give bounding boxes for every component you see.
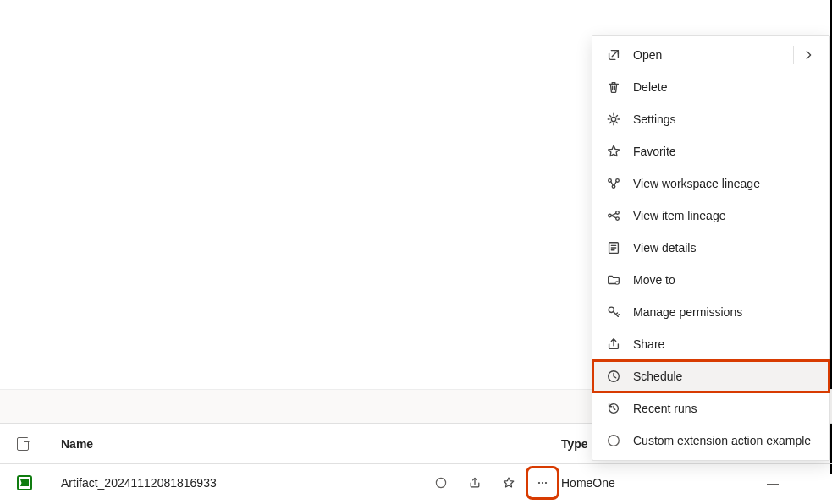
menu-item-delete[interactable]: Delete <box>592 71 829 103</box>
menu-item-workspace-lineage[interactable]: View workspace lineage <box>592 167 829 200</box>
svg-point-4 <box>611 117 615 121</box>
menu-label: Delete <box>626 80 816 94</box>
lineage-item-icon <box>606 208 626 223</box>
menu-label: Settings <box>626 112 816 126</box>
chevron-right-icon <box>801 49 816 61</box>
menu-label: Move to <box>626 273 816 287</box>
menu-label: Custom extension action example <box>626 434 816 447</box>
header-name[interactable]: Name <box>54 437 426 451</box>
radio-select-button[interactable] <box>429 471 453 495</box>
menu-item-settings[interactable]: Settings <box>592 103 829 135</box>
menu-item-schedule[interactable]: Schedule <box>592 360 829 392</box>
menu-item-item-lineage[interactable]: View item lineage <box>592 200 829 232</box>
svg-point-2 <box>542 482 543 484</box>
open-icon <box>606 47 626 63</box>
row-type-icon-cell <box>17 475 54 490</box>
artifact-type-icon <box>17 475 32 490</box>
share-icon <box>606 337 626 352</box>
row-actions <box>426 471 561 495</box>
menu-item-custom-extension[interactable]: Custom extension action example <box>592 425 829 457</box>
more-options-button[interactable] <box>531 471 554 495</box>
menu-label: Open <box>626 48 801 62</box>
header-type-icon-col <box>17 437 54 451</box>
menu-item-open[interactable]: Open <box>592 39 829 71</box>
menu-label: View item lineage <box>626 209 816 222</box>
context-menu: Open Delete Settings Favorite View works… <box>592 35 830 461</box>
lineage-workspace-icon <box>606 176 626 191</box>
row-name[interactable]: Artifact_20241112081816933 <box>54 476 426 490</box>
menu-label: Share <box>626 337 816 351</box>
submenu-divider <box>793 46 794 64</box>
table-row[interactable]: Artifact_20241112081816933 HomeOne — <box>0 464 832 501</box>
svg-point-1 <box>538 482 540 484</box>
menu-label: View details <box>626 241 816 255</box>
trash-icon <box>606 79 626 95</box>
svg-point-15 <box>609 436 620 446</box>
share-button[interactable] <box>463 471 487 495</box>
radio-icon <box>606 433 626 448</box>
menu-label: View workspace lineage <box>626 177 816 190</box>
svg-point-3 <box>545 482 547 484</box>
menu-label: Manage permissions <box>626 305 816 319</box>
document-icon <box>17 437 29 451</box>
menu-item-share[interactable]: Share <box>592 328 829 360</box>
favorite-button[interactable] <box>497 471 521 495</box>
menu-label: Recent runs <box>626 402 816 415</box>
row-type: HomeOne <box>561 476 730 490</box>
menu-item-view-details[interactable]: View details <box>592 232 829 264</box>
menu-item-favorite[interactable]: Favorite <box>592 135 829 167</box>
menu-item-manage-permissions[interactable]: Manage permissions <box>592 296 829 328</box>
history-icon <box>606 401 626 416</box>
menu-item-recent-runs[interactable]: Recent runs <box>592 392 829 425</box>
gear-icon <box>606 112 626 127</box>
details-icon <box>606 240 626 255</box>
menu-label: Schedule <box>626 370 816 383</box>
row-last-column: — <box>730 476 815 490</box>
menu-label: Favorite <box>626 145 816 158</box>
key-icon <box>606 304 626 320</box>
menu-item-move-to[interactable]: Move to <box>592 264 829 296</box>
svg-point-0 <box>436 478 445 487</box>
star-icon <box>606 144 626 159</box>
folder-move-icon <box>606 272 626 288</box>
clock-icon <box>606 369 626 384</box>
